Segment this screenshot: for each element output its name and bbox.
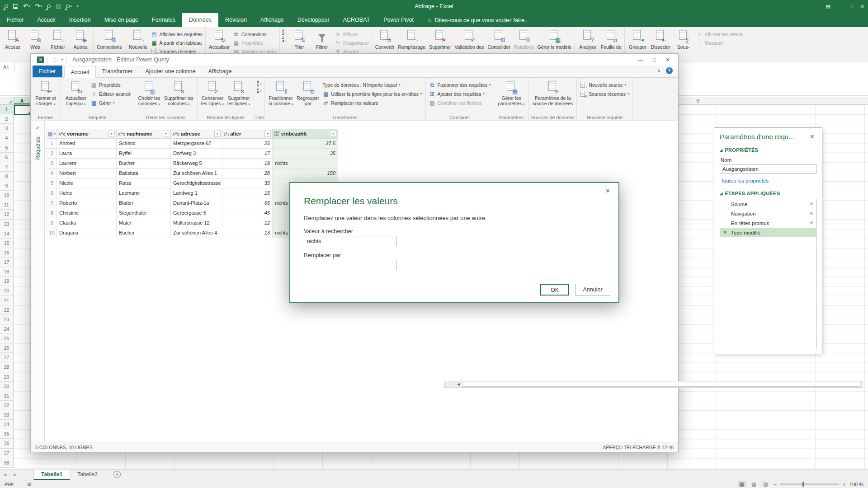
- excel-tab-acrobat[interactable]: ACROBAT: [336, 13, 377, 27]
- row-header-10[interactable]: 10: [0, 191, 13, 200]
- table-cell[interactable]: 13: [222, 228, 273, 238]
- row-number[interactable]: 7: [47, 198, 57, 208]
- applied-steps-heading[interactable]: ◢ÉTAPES APPLIQUÉES: [720, 191, 816, 196]
- pq-button-fermer-et-charger[interactable]: ↩Fermer etcharger ▾: [33, 80, 59, 107]
- row-header-12[interactable]: 12: [0, 210, 13, 219]
- column-type-icon[interactable]: ABC: [172, 131, 179, 136]
- excel-tab-insertion[interactable]: Insertion: [62, 13, 98, 27]
- table-cell[interactable]: Bucher: [117, 159, 171, 169]
- column-header-adresse[interactable]: ABCadresse▼: [171, 129, 222, 139]
- row-header-8[interactable]: 8: [0, 172, 13, 181]
- row-header-36[interactable]: 36: [0, 439, 13, 448]
- row-header-1[interactable]: 1: [0, 105, 13, 114]
- query-name-input[interactable]: [720, 164, 816, 174]
- find-value-input[interactable]: [304, 236, 396, 246]
- excel-tab-power-pivot[interactable]: Power Pivot: [377, 13, 420, 27]
- step-settings-gear-icon[interactable]: ✳: [809, 211, 813, 216]
- table-cell[interactable]: 150: [273, 169, 338, 178]
- row-number[interactable]: 1: [47, 139, 57, 149]
- row-header-3[interactable]: 3: [0, 124, 13, 133]
- zoom-out-icon[interactable]: −: [774, 481, 777, 488]
- tab-splitter-handle[interactable]: ⋮⋮: [445, 382, 455, 387]
- excel-tab-r-vision[interactable]: Révision: [218, 13, 254, 27]
- macro-record-icon[interactable]: ▦: [27, 482, 31, 487]
- row-header-14[interactable]: 14: [0, 229, 13, 239]
- zoom-slider-thumb[interactable]: [802, 482, 804, 487]
- select-all-corner[interactable]: [0, 97, 14, 104]
- ribbon-button-dissocier[interactable]: ⇤Dissocier: [649, 28, 672, 50]
- row-header-37[interactable]: 37: [0, 449, 13, 458]
- row-header-17[interactable]: 17: [0, 258, 13, 267]
- queries-pane-label[interactable]: Requêtes: [35, 136, 41, 160]
- row-header-34[interactable]: 34: [0, 420, 13, 429]
- ribbon-button-masquer[interactable]: −Masquer: [695, 38, 745, 47]
- settings-close-icon[interactable]: ✕: [808, 132, 816, 141]
- row-header-26[interactable]: 26: [0, 343, 13, 353]
- row-header-32[interactable]: 32: [0, 401, 13, 410]
- pq-tab-transformer[interactable]: Transformer: [96, 66, 139, 77]
- table-cell[interactable]: Claudia: [57, 218, 117, 228]
- table-cell[interactable]: Gerechtigkeitsstrasse 2: [171, 178, 222, 188]
- page-break-view-icon[interactable]: ▥: [761, 481, 769, 487]
- minimize-window-icon[interactable]: —: [838, 4, 843, 9]
- row-header-21[interactable]: 21: [0, 296, 13, 305]
- row-header-19[interactable]: 19: [0, 277, 13, 286]
- name-box[interactable]: A1: [0, 62, 15, 72]
- table-cell[interactable]: Roberto: [57, 198, 117, 208]
- table-cell[interactable]: Leemann: [117, 188, 171, 198]
- filter-dropdown-icon[interactable]: ▼: [163, 131, 169, 137]
- column-header-alter[interactable]: 123alter▼: [222, 129, 273, 139]
- table-cell[interactable]: Raiss: [117, 178, 171, 188]
- zoom-level[interactable]: 100 %: [849, 482, 863, 487]
- row-header-38[interactable]: 38: [0, 458, 13, 468]
- table-cell[interactable]: Christine: [57, 208, 117, 218]
- table-cell[interactable]: Laurent: [57, 159, 117, 169]
- pq-button-supprimer-les-lignes[interactable]: ✕Supprimerles lignes ▾: [226, 80, 252, 107]
- ribbon-button-fichier[interactable]: ≡Fichier: [47, 28, 69, 50]
- table-cell[interactable]: Landweg 1: [171, 188, 222, 198]
- ribbon-button-afficher-les-requ-tes[interactable]: ▤Afficher les requêtes: [149, 30, 204, 38]
- help-icon[interactable]: ?: [666, 67, 673, 74]
- row-header-29[interactable]: 29: [0, 372, 13, 382]
- pq-button-actualiser-l-aper-u[interactable]: ↻Actualiserl'aperçu ▾: [63, 80, 89, 107]
- scrollbar-thumb[interactable]: [462, 382, 860, 387]
- step-settings-gear-icon[interactable]: ✳: [809, 220, 813, 226]
- pq-tab-accueil[interactable]: Accueil: [64, 66, 96, 78]
- ribbon-button-nouvelle[interactable]: ϟNouvelle: [127, 28, 149, 50]
- row-number[interactable]: 4: [47, 169, 57, 178]
- row-header-30[interactable]: 30: [0, 382, 13, 391]
- row-header-15[interactable]: 15: [0, 239, 13, 248]
- table-cell[interactable]: 12: [222, 218, 273, 228]
- row-header-27[interactable]: 27: [0, 353, 13, 362]
- table-cell[interactable]: Müllerstrasse 12: [171, 218, 222, 228]
- table-cell[interactable]: Siegenthaler: [117, 208, 171, 218]
- add-sheet-icon[interactable]: +: [113, 471, 121, 478]
- close-window-icon[interactable]: ✕: [860, 4, 864, 9]
- table-cell[interactable]: Batistuta: [117, 169, 171, 178]
- row-header-35[interactable]: 35: [0, 429, 13, 439]
- row-header-25[interactable]: 25: [0, 334, 13, 343]
- column-type-icon[interactable]: ABC: [58, 131, 66, 136]
- table-cell[interactable]: Nicole: [57, 178, 117, 188]
- ribbon-button-effacer[interactable]: ✕Effacer: [333, 30, 370, 38]
- table-cell[interactable]: nichts: [273, 159, 338, 169]
- excel-tab-formules[interactable]: Formules: [145, 13, 182, 27]
- collapse-ribbon-icon[interactable]: ∧: [657, 68, 660, 73]
- excel-tab-accueil[interactable]: Accueil: [31, 13, 62, 27]
- applied-step-en-t-tes-promus[interactable]: En-têtes promus✳: [720, 218, 816, 228]
- row-header-20[interactable]: 20: [0, 286, 13, 296]
- step-settings-gear-icon[interactable]: ✳: [809, 201, 813, 207]
- tell-me-box[interactable]: ☼Dites-nous ce que vous voulez faire..: [427, 13, 528, 27]
- filter-dropdown-icon[interactable]: ▼: [330, 131, 336, 137]
- table-cell[interactable]: Ryffel: [117, 149, 171, 159]
- table-cell[interactable]: 27.5: [273, 139, 338, 149]
- table-cell[interactable]: Metzgergasse 67: [171, 139, 222, 149]
- all-properties-link[interactable]: Toutes les propriétés: [721, 178, 816, 183]
- scroll-left-icon[interactable]: ◀: [455, 382, 462, 386]
- sheet-tab-tabelle1[interactable]: Tabelle1: [33, 469, 70, 480]
- row-number[interactable]: 9: [47, 218, 57, 228]
- column-header-einbezahlt[interactable]: ABC123einbezahlt▼: [273, 129, 338, 139]
- table-cell[interactable]: Dorfweg 3: [171, 149, 222, 159]
- pq-button-fractionner-la-colonne[interactable]: ⫴Fractionnerla colonne ▾: [267, 80, 295, 107]
- pq-button-combiner-les-fichiers[interactable]: ▤Combiner les fichiers: [428, 99, 492, 108]
